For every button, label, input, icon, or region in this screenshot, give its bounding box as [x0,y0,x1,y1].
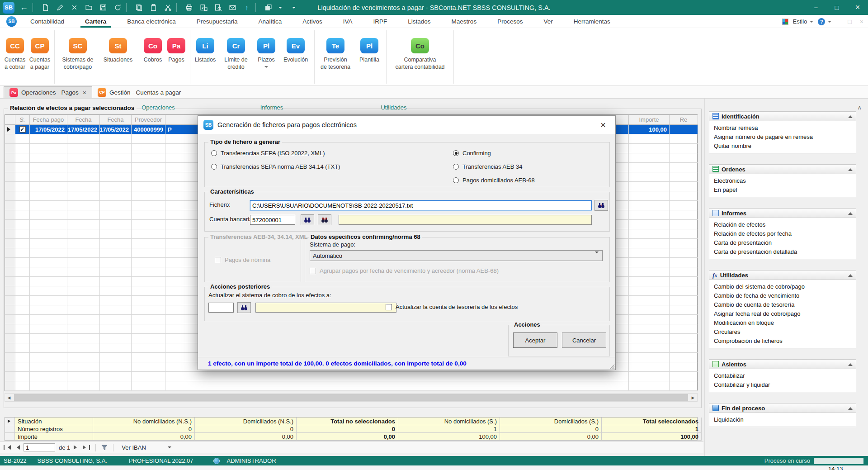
grid-header-importe[interactable]: Importe [629,115,670,125]
filter-icon[interactable] [101,445,108,451]
cuenta-browse-alt-button[interactable] [318,214,331,225]
fichero-input[interactable] [250,200,592,210]
action-quitar-nombre[interactable]: Quitar nombre [714,142,856,151]
sistema-cobro-input[interactable] [208,303,234,313]
doctab-operaciones-pagos[interactable]: Pa Operaciones - Pagos × [4,86,92,98]
tab-ver[interactable]: Ver [539,15,557,28]
collapse-panel-icon[interactable] [848,210,853,215]
ribbon-cobros[interactable]: Co Cobros [141,28,165,63]
radio-selected-icon[interactable] [453,150,459,156]
estilo-menu[interactable]: Estilo [793,18,807,25]
checkbox-icon[interactable] [386,304,392,310]
ribbon-cuentas-a-cobrar[interactable]: CC Cuentasa cobrar [3,28,27,71]
collapse-panel-icon[interactable] [848,361,853,366]
radio-icon[interactable] [211,150,217,156]
print-icon[interactable] [183,2,195,14]
new-document-icon[interactable] [39,2,51,14]
grid-header-s[interactable]: S. [15,115,30,125]
row-checkbox-cell[interactable]: ✓ [15,125,30,134]
action-cambio-fecha-vencimiento[interactable]: Cambio de fecha de vencimiento [714,291,856,300]
panel-utilidades-header[interactable]: fx Utilidades [709,270,856,280]
radio-confirming[interactable]: Confirming [453,150,491,157]
ribbon-situaciones[interactable]: St Situaciones [99,28,137,63]
sistema-cobro-browse-button[interactable] [237,302,251,313]
estilo-caret[interactable] [810,21,813,24]
record-number-input[interactable] [24,443,55,451]
scroll-right-icon[interactable]: ► [689,394,697,401]
panel-informes-header[interactable]: Informes [709,208,856,218]
cell-re[interactable] [670,125,698,134]
cell-fecha-pago[interactable]: 17/05/2022 [30,125,67,134]
tab-cartera[interactable]: Cartera [80,15,111,28]
tab-procesos[interactable]: Procesos [493,15,527,28]
minimize-button[interactable]: − [806,0,826,15]
action-cambio-cuenta-tesoreria[interactable]: Cambio de cuenta de tesorería [714,300,856,309]
grid-header-fecha-pago[interactable]: Fecha pago [30,115,67,125]
grid-header-fecha2[interactable]: Fecha [100,115,132,125]
panel-asientos-header[interactable]: Asientos [709,359,856,369]
delete-icon[interactable] [68,2,80,14]
back-icon[interactable]: ← [18,2,30,14]
ribbon-comparativa[interactable]: Co Comparativacartera contabilidad [388,28,452,71]
tab-presupuestaria[interactable]: Presupuestaria [192,15,242,28]
scrollbar-thumb[interactable] [14,394,688,401]
ribbon-collapse-icon[interactable]: ∧ [857,104,862,111]
action-relacion-efectos[interactable]: Relación de efectos [714,220,856,229]
action-en-papel[interactable]: En papel [714,185,856,195]
first-record-button[interactable] [4,445,11,450]
grid-empty-row[interactable] [5,381,697,391]
doctab-gestion-cuentas-pagar[interactable]: CP Gestión - Cuentas a pagar [92,86,186,98]
ribbon-plantilla[interactable]: Pl Plantilla [354,28,384,63]
ver-iban-dropdown[interactable]: Ver IBAN [122,444,171,451]
action-comprobacion-ficheros[interactable]: Comprobación de ficheros [714,337,856,346]
tab-activos[interactable]: Activos [298,15,327,28]
save-icon[interactable] [97,2,109,14]
ribbon-plazos[interactable]: Pl Plazos [254,28,279,71]
tab-contabilidad[interactable]: Contabilidad [26,15,69,28]
action-contabilizar-liquidar[interactable]: Contabilizar y liquidar [714,380,856,389]
action-asignar-fecha-real[interactable]: Asignar fecha real de cobro/pago [714,309,856,318]
maximize-button[interactable]: □ [826,0,847,15]
toolbar-overflow-caret[interactable] [292,7,296,10]
radio-icon[interactable] [453,164,459,170]
ribbon-limite-credito[interactable]: Cr Límite decrédito [218,28,254,71]
action-asignar-pagare[interactable]: Asignar número de pagaré en remesa [714,133,856,142]
grid-header-re[interactable]: Re [670,115,698,125]
cancelar-button[interactable]: Cancelar [562,332,606,348]
collapse-panel-icon[interactable] [848,272,853,277]
export-icon[interactable]: ↑ [241,2,253,14]
doctab-close-icon[interactable]: × [83,89,86,96]
action-cambio-sistema-cobro[interactable]: Cambio del sistema de cobro/pago [714,282,856,291]
radio-sepa-xml[interactable]: Transferencias SEPA (ISO 20022, XML) [211,150,325,157]
action-circulares[interactable]: Circulares [714,328,856,337]
cut-icon[interactable] [162,2,174,14]
ribbon-pagos[interactable]: Pa Pagos [165,28,188,63]
app-menu-logo[interactable]: SB [6,16,17,27]
dialog-close-icon[interactable]: × [596,120,610,130]
next-record-button[interactable] [74,445,79,450]
help-icon[interactable]: ? [818,18,825,25]
row-checkbox[interactable]: ✓ [19,126,26,133]
ribbon-evolucion[interactable]: Ev Evolución [279,28,312,63]
row-selector-cell[interactable] [5,125,15,134]
email-icon[interactable] [226,2,238,14]
tab-iva[interactable]: IVA [339,15,357,28]
sidebar-splitter[interactable] [704,99,705,456]
open-icon[interactable] [83,2,94,14]
radio-icon[interactable] [211,164,217,170]
tab-analitica[interactable]: Analítica [254,15,286,28]
ribbon-sistemas-cobro-pago[interactable]: SC Sistemas decobro/pago [57,28,99,71]
action-liquidacion[interactable]: Liquidación [714,415,856,424]
grid-empty-row[interactable] [5,372,697,381]
sistema-pago-select[interactable]: Automático [310,250,603,261]
cell-fecha1[interactable]: 17/05/2022 [67,125,100,134]
window-layout-icon[interactable] [262,2,274,14]
collapse-panel-icon[interactable] [848,405,853,410]
edit-icon[interactable] [54,2,66,14]
grid-header-fecha1[interactable]: Fecha [67,115,100,125]
tab-listados[interactable]: Listados [403,15,435,28]
ribbon-listados[interactable]: Li Listados [192,28,218,63]
ribbon-cuentas-a-pagar[interactable]: CP Cuentasa pagar [27,28,52,71]
action-relacion-efectos-fecha[interactable]: Relación de efectos por fecha [714,229,856,238]
collapse-panel-icon[interactable] [848,166,853,171]
